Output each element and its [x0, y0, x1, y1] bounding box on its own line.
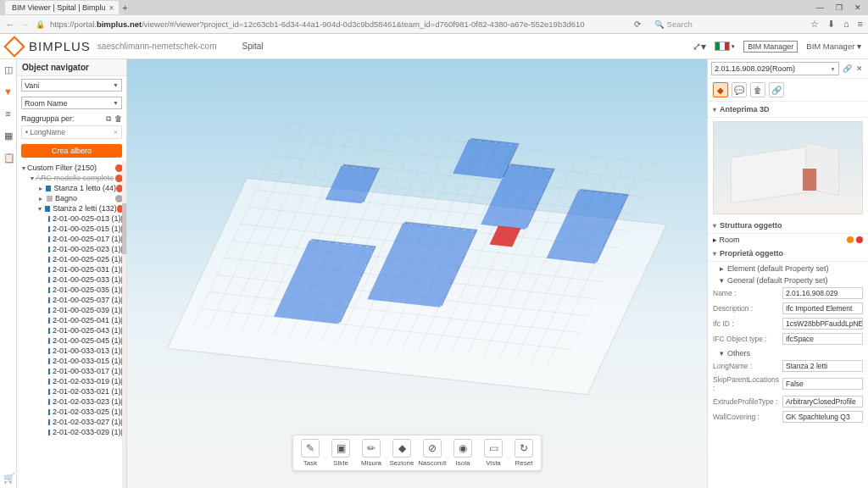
download-icon[interactable]: ⬇ — [827, 19, 835, 30]
subsection-element[interactable]: ▸Element (default Property set) — [708, 262, 868, 274]
mode-comment[interactable]: 💬 — [732, 82, 747, 97]
tool-task[interactable]: ✎Task — [295, 439, 326, 467]
mode-delete[interactable]: 🗑 — [750, 82, 765, 97]
tool-section[interactable]: ◆Sezione — [387, 439, 417, 467]
property-value[interactable]: False — [782, 378, 863, 390]
property-value[interactable]: GK Spachtelung Q3 — [782, 411, 863, 423]
tree-item[interactable]: 2-01-00-025-041 (1) — [17, 315, 126, 325]
tool-label: Vista — [486, 459, 501, 467]
reload-icon[interactable]: ⟳ — [634, 19, 641, 29]
user-menu[interactable]: BIM Manager ▾ — [806, 42, 861, 51]
tree-item-label: 2-01-00-025-039 (1) — [53, 306, 121, 314]
section-label: Anteprima 3D — [720, 105, 770, 114]
create-tree-button[interactable]: Crea albero — [21, 144, 122, 158]
app-logo[interactable]: BIMPLUS — [7, 39, 91, 54]
tree-item[interactable]: 2-01-00-033-017 (1) — [17, 366, 126, 376]
property-value[interactable]: 1csW28bbPFauddLpNE... — [782, 318, 863, 330]
tree-item[interactable]: 2-01-02-033-029 (1) — [17, 427, 126, 437]
tree-item[interactable]: 2-01-02-033-019 (1) — [17, 376, 126, 386]
tree-item[interactable]: 2-01-02-033-021 (1) — [17, 386, 126, 396]
tree-item[interactable]: 2-01-00-025-015 (1) — [17, 224, 126, 234]
tree-scrollbar[interactable] — [122, 161, 126, 488]
tree-item[interactable]: 2-01-00-025-037 (1) — [17, 295, 126, 305]
tool-reset[interactable]: ↻Reset — [509, 439, 539, 467]
tool-view[interactable]: ▭Vista — [478, 439, 509, 467]
tool-hide[interactable]: ⊘Nascondi — [417, 439, 448, 467]
tool-isolate[interactable]: ◉Isola — [448, 439, 478, 467]
new-tab-button[interactable]: + — [119, 3, 131, 13]
delete-icon[interactable]: 🗑 — [114, 114, 122, 124]
window-restore-icon[interactable]: ❐ — [836, 3, 843, 12]
tree-category[interactable]: ▸Stanza 1 letto (44) — [17, 183, 126, 193]
property-row: Name :2.01.16.908.029 — [708, 286, 868, 301]
preview-3d[interactable] — [713, 121, 863, 214]
tree-item[interactable]: 2-01-00-033-013 (1) — [17, 346, 126, 356]
tree-item[interactable]: 2-01-00-025-033 (1) — [17, 274, 126, 285]
lock-icon[interactable]: 🔒 — [36, 20, 45, 29]
rail-cart-icon[interactable]: 🛒 — [3, 473, 14, 483]
address-bar[interactable]: https://portal.bimplus.net/viewer/#/view… — [50, 19, 585, 29]
viewport-3d[interactable]: ✎Task ▣Slide ✏Misura ◆Sezione ⊘Nascondi … — [127, 59, 707, 488]
tool-measure[interactable]: ✏Misura — [356, 439, 387, 467]
selection-input[interactable]: 2.01.16.908.029(Room)▼ — [711, 62, 839, 75]
property-value[interactable]: ArbitraryClosedProfile — [782, 396, 863, 408]
star-icon[interactable]: ☆ — [810, 19, 819, 30]
breadcrumb-team[interactable]: saeschlimann-nemetschek-com — [97, 42, 217, 51]
section-preview-header[interactable]: ▾Anteprima 3D — [713, 105, 863, 114]
url-prefix: https://portal. — [50, 19, 97, 29]
copy-icon[interactable]: ⧉ — [106, 114, 111, 124]
structure-item[interactable]: ▸ Room — [708, 234, 868, 246]
tree-item[interactable]: 2-01-02-033-027 (1) — [17, 417, 126, 427]
expand-icon[interactable]: ⤢▾ — [693, 41, 706, 53]
language-selector[interactable]: ▾ — [715, 42, 735, 51]
tree-item[interactable]: 2-01-00-025-045 (1) — [17, 336, 126, 346]
tab-close-icon[interactable]: × — [109, 3, 114, 13]
subsection-others[interactable]: ▾Others — [708, 347, 868, 358]
rail-objects-icon[interactable]: ▦ — [3, 130, 14, 141]
rail-filter-icon[interactable]: ▼ — [3, 86, 14, 97]
property-value[interactable]: IfcSpace — [782, 333, 863, 345]
home-icon[interactable]: ⌂ — [843, 19, 849, 30]
mode-link[interactable]: 🔗 — [769, 82, 784, 97]
tree-item[interactable]: 2-01-00-025-023 (1) — [17, 244, 126, 254]
tree-item[interactable]: 2-01-00-025-017 (1) — [17, 234, 126, 244]
tree-item[interactable]: 2-01-00-025-025 (1) — [17, 254, 126, 264]
rail-cube-icon[interactable]: ◫ — [3, 64, 14, 75]
subsection-general[interactable]: ▾General (default Property set) — [708, 274, 868, 286]
link-icon[interactable]: 🔗 — [842, 64, 852, 73]
select-attribute[interactable]: Room Name▼ — [21, 97, 122, 109]
section-structure-header[interactable]: ▾Struttura oggetto — [713, 221, 863, 230]
window-minimize-icon[interactable]: — — [816, 3, 824, 12]
tree-item[interactable]: 2-01-00-025-043 (1) — [17, 325, 126, 336]
group-chip[interactable]: • LongName× — [21, 125, 122, 139]
tree-item[interactable]: 2-01-00-033-015 (1) — [17, 356, 126, 366]
tree-item[interactable]: 2-01-02-033-023 (1) — [17, 396, 126, 407]
tree-category[interactable]: ▸Bagno — [17, 193, 126, 203]
tree-item[interactable]: 2-01-00-025-031 (1) — [17, 264, 126, 274]
section-props-header[interactable]: ▾Proprietà oggetto — [713, 249, 863, 258]
rail-clipboard-icon[interactable]: 📋 — [3, 152, 14, 163]
chip-remove-icon[interactable]: × — [114, 128, 118, 136]
tree-item[interactable]: 2-01-00-025-039 (1) — [17, 305, 126, 315]
tool-slide[interactable]: ▣Slide — [326, 439, 356, 467]
nav-back-icon[interactable]: ← — [5, 19, 15, 30]
menu-icon[interactable]: ≡ — [858, 19, 863, 30]
tree-category[interactable]: ▾Stanza 2 letti (132) — [17, 203, 126, 214]
property-value[interactable]: Ifc Imported Element — [782, 302, 863, 314]
browser-tab[interactable]: BIM Viewer | Spital | Bimplu × — [5, 1, 119, 14]
rail-layers-icon[interactable]: ≡ — [3, 108, 14, 119]
property-value[interactable]: 2.01.16.908.029 — [782, 287, 863, 299]
select-discipline[interactable]: Vani▼ — [21, 79, 122, 92]
mode-highlight[interactable]: ◆ — [713, 82, 728, 97]
tree-root[interactable]: ▾Custom Filter (2150) — [17, 163, 126, 173]
tree-item[interactable]: 2-01-00-025-035 (1) — [17, 285, 126, 295]
tree-item[interactable]: 2-01-02-033-025 (1) — [17, 407, 126, 417]
tree-item[interactable]: 2-01-00-025-013 (1) — [17, 214, 126, 224]
search-placeholder: Search — [667, 19, 693, 29]
breadcrumb-project[interactable]: Spital — [242, 42, 263, 51]
close-panel-icon[interactable]: ✕ — [854, 64, 865, 73]
property-value[interactable]: Stanza 2 letti — [782, 360, 863, 372]
tree-model[interactable]: ▾ARC modello completo — [17, 173, 126, 183]
window-close-icon[interactable]: ✕ — [854, 3, 861, 12]
browser-search[interactable]: 🔍 Search — [654, 19, 798, 29]
